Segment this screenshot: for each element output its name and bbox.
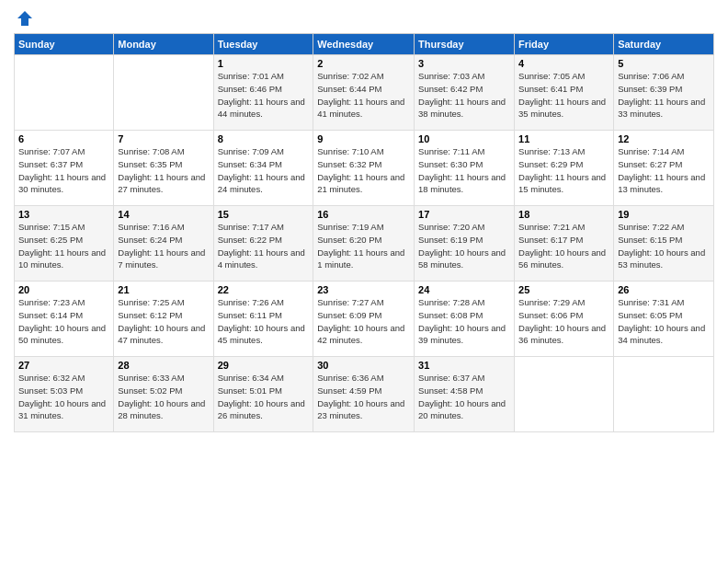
table-row: 4 Sunrise: 7:05 AMSunset: 6:41 PMDayligh…	[515, 55, 614, 131]
day-info: Sunrise: 7:25 AMSunset: 6:12 PMDaylight:…	[118, 297, 205, 345]
day-info: Sunrise: 7:29 AMSunset: 6:06 PMDaylight:…	[518, 297, 606, 345]
day-number: 19	[618, 209, 710, 220]
day-number: 10	[418, 133, 510, 144]
day-info: Sunrise: 7:08 AMSunset: 6:35 PMDaylight:…	[118, 146, 205, 194]
table-row: 30 Sunrise: 6:36 AMSunset: 4:59 PMDaylig…	[313, 357, 415, 432]
day-info: Sunrise: 7:03 AMSunset: 6:42 PMDaylight:…	[418, 71, 506, 119]
day-number: 13	[18, 209, 109, 220]
day-number: 7	[118, 133, 209, 144]
day-info: Sunrise: 7:05 AMSunset: 6:41 PMDaylight:…	[518, 71, 606, 119]
day-info: Sunrise: 7:31 AMSunset: 6:05 PMDaylight:…	[618, 297, 705, 345]
calendar-week-row: 20 Sunrise: 7:23 AMSunset: 6:14 PMDaylig…	[15, 282, 714, 357]
table-row: 23 Sunrise: 7:27 AMSunset: 6:09 PMDaylig…	[313, 282, 415, 357]
table-row: 28 Sunrise: 6:33 AMSunset: 5:02 PMDaylig…	[114, 357, 213, 432]
day-number: 27	[18, 360, 109, 371]
col-sunday: Sunday	[15, 34, 114, 55]
day-number: 21	[118, 284, 209, 295]
table-row: 17 Sunrise: 7:20 AMSunset: 6:19 PMDaylig…	[415, 206, 515, 282]
page: Sunday Monday Tuesday Wednesday Thursday…	[0, 0, 728, 563]
day-info: Sunrise: 7:01 AMSunset: 6:46 PMDaylight:…	[218, 71, 305, 119]
table-row: 27 Sunrise: 6:32 AMSunset: 5:03 PMDaylig…	[15, 357, 114, 432]
table-row: 21 Sunrise: 7:25 AMSunset: 6:12 PMDaylig…	[114, 282, 213, 357]
table-row: 15 Sunrise: 7:17 AMSunset: 6:22 PMDaylig…	[213, 206, 313, 282]
day-info: Sunrise: 6:32 AMSunset: 5:03 PMDaylight:…	[18, 373, 106, 420]
day-number: 23	[317, 284, 410, 295]
table-row	[15, 55, 114, 131]
table-row: 2 Sunrise: 7:02 AMSunset: 6:44 PMDayligh…	[313, 55, 415, 131]
table-row: 8 Sunrise: 7:09 AMSunset: 6:34 PMDayligh…	[213, 131, 313, 206]
table-row: 6 Sunrise: 7:07 AMSunset: 6:37 PMDayligh…	[15, 131, 114, 206]
day-number: 11	[518, 133, 609, 144]
calendar-week-row: 1 Sunrise: 7:01 AMSunset: 6:46 PMDayligh…	[15, 55, 714, 131]
table-row: 12 Sunrise: 7:14 AMSunset: 6:27 PMDaylig…	[614, 131, 714, 206]
day-info: Sunrise: 7:11 AMSunset: 6:30 PMDaylight:…	[418, 146, 506, 194]
day-info: Sunrise: 6:34 AMSunset: 5:01 PMDaylight:…	[218, 373, 305, 420]
svg-marker-0	[17, 11, 32, 26]
day-info: Sunrise: 6:36 AMSunset: 4:59 PMDaylight:…	[317, 373, 404, 420]
table-row: 11 Sunrise: 7:13 AMSunset: 6:29 PMDaylig…	[515, 131, 614, 206]
calendar-week-row: 6 Sunrise: 7:07 AMSunset: 6:37 PMDayligh…	[15, 131, 714, 206]
day-number: 25	[518, 284, 609, 295]
day-info: Sunrise: 7:22 AMSunset: 6:15 PMDaylight:…	[618, 222, 705, 270]
day-number: 18	[518, 209, 609, 220]
table-row: 18 Sunrise: 7:21 AMSunset: 6:17 PMDaylig…	[515, 206, 614, 282]
day-info: Sunrise: 7:06 AMSunset: 6:39 PMDaylight:…	[618, 71, 705, 119]
day-info: Sunrise: 7:15 AMSunset: 6:25 PMDaylight:…	[18, 222, 106, 270]
logo	[14, 9, 34, 26]
day-info: Sunrise: 7:20 AMSunset: 6:19 PMDaylight:…	[418, 222, 506, 270]
table-row: 22 Sunrise: 7:26 AMSunset: 6:11 PMDaylig…	[213, 282, 313, 357]
table-row: 5 Sunrise: 7:06 AMSunset: 6:39 PMDayligh…	[614, 55, 714, 131]
day-number: 12	[618, 133, 710, 144]
day-number: 1	[218, 58, 310, 69]
day-info: Sunrise: 7:28 AMSunset: 6:08 PMDaylight:…	[418, 297, 506, 345]
day-number: 4	[518, 58, 609, 69]
calendar-table: Sunday Monday Tuesday Wednesday Thursday…	[14, 33, 714, 432]
day-number: 29	[218, 360, 310, 371]
day-info: Sunrise: 6:37 AMSunset: 4:58 PMDaylight:…	[418, 373, 506, 420]
day-number: 15	[218, 209, 310, 220]
day-number: 3	[418, 58, 510, 69]
day-number: 17	[418, 209, 510, 220]
day-info: Sunrise: 7:21 AMSunset: 6:17 PMDaylight:…	[518, 222, 606, 270]
header	[14, 9, 714, 26]
day-number: 26	[618, 284, 710, 295]
table-row	[515, 357, 614, 432]
table-row: 10 Sunrise: 7:11 AMSunset: 6:30 PMDaylig…	[415, 131, 515, 206]
col-saturday: Saturday	[614, 34, 714, 55]
day-info: Sunrise: 7:17 AMSunset: 6:22 PMDaylight:…	[218, 222, 305, 270]
table-row: 24 Sunrise: 7:28 AMSunset: 6:08 PMDaylig…	[415, 282, 515, 357]
day-number: 28	[118, 360, 209, 371]
day-number: 8	[218, 133, 310, 144]
table-row: 9 Sunrise: 7:10 AMSunset: 6:32 PMDayligh…	[313, 131, 415, 206]
day-number: 6	[18, 133, 109, 144]
table-row: 14 Sunrise: 7:16 AMSunset: 6:24 PMDaylig…	[114, 206, 213, 282]
day-number: 2	[317, 58, 410, 69]
table-row: 3 Sunrise: 7:03 AMSunset: 6:42 PMDayligh…	[415, 55, 515, 131]
day-info: Sunrise: 6:33 AMSunset: 5:02 PMDaylight:…	[118, 373, 205, 420]
day-number: 24	[418, 284, 510, 295]
day-number: 30	[317, 360, 410, 371]
calendar-week-row: 13 Sunrise: 7:15 AMSunset: 6:25 PMDaylig…	[15, 206, 714, 282]
day-info: Sunrise: 7:14 AMSunset: 6:27 PMDaylight:…	[618, 146, 705, 194]
day-number: 20	[18, 284, 109, 295]
table-row: 29 Sunrise: 6:34 AMSunset: 5:01 PMDaylig…	[213, 357, 313, 432]
day-number: 16	[317, 209, 410, 220]
table-row: 7 Sunrise: 7:08 AMSunset: 6:35 PMDayligh…	[114, 131, 213, 206]
col-tuesday: Tuesday	[213, 34, 313, 55]
day-number: 5	[618, 58, 710, 69]
day-info: Sunrise: 7:26 AMSunset: 6:11 PMDaylight:…	[218, 297, 305, 345]
day-info: Sunrise: 7:02 AMSunset: 6:44 PMDaylight:…	[317, 71, 404, 119]
logo-icon	[16, 9, 34, 28]
calendar-header-row: Sunday Monday Tuesday Wednesday Thursday…	[15, 34, 714, 55]
day-number: 22	[218, 284, 310, 295]
day-number: 9	[317, 133, 410, 144]
day-number: 31	[418, 360, 510, 371]
day-number: 14	[118, 209, 209, 220]
table-row: 26 Sunrise: 7:31 AMSunset: 6:05 PMDaylig…	[614, 282, 714, 357]
day-info: Sunrise: 7:27 AMSunset: 6:09 PMDaylight:…	[317, 297, 404, 345]
calendar-week-row: 27 Sunrise: 6:32 AMSunset: 5:03 PMDaylig…	[15, 357, 714, 432]
table-row: 31 Sunrise: 6:37 AMSunset: 4:58 PMDaylig…	[415, 357, 515, 432]
day-info: Sunrise: 7:13 AMSunset: 6:29 PMDaylight:…	[518, 146, 606, 194]
table-row: 20 Sunrise: 7:23 AMSunset: 6:14 PMDaylig…	[15, 282, 114, 357]
table-row: 1 Sunrise: 7:01 AMSunset: 6:46 PMDayligh…	[213, 55, 313, 131]
